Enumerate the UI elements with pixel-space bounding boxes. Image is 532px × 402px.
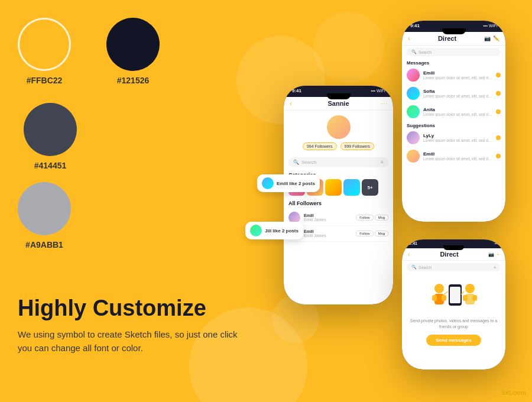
right-top-notch	[442, 28, 466, 34]
right-bottom-status-bar: 9:41 ▪▪▪	[402, 239, 505, 245]
phones-container: 9:41 ▪▪▪ WiFi ‹ Sannie ⋯ 994 Follo	[154, 9, 520, 393]
suggestion-dot-1	[496, 135, 501, 140]
direct-bottom-search-icon: 🔍	[411, 265, 417, 270]
direct-bottom-title: Direct	[410, 251, 489, 258]
suggestion-name-1: LyLy	[423, 133, 492, 138]
direct-bottom-header: ‹ Direct 📷 +	[402, 248, 505, 261]
wifi-icon: WiFi	[377, 89, 385, 93]
more-icon[interactable]: ⋯	[381, 100, 387, 107]
notif-avatar-2	[250, 225, 262, 236]
direct-title: Direct	[410, 35, 484, 42]
color-label-lightgray: #A9ABB1	[25, 240, 63, 249]
svg-rect-9	[472, 295, 477, 301]
camera-icon[interactable]: 📷	[484, 35, 491, 41]
msg-info-1: Emill Lorem ipsum dolor sit amet, elit, …	[423, 70, 492, 80]
center-notch	[327, 89, 345, 93]
filter-icon[interactable]: ≡	[381, 160, 384, 165]
cat-img-4	[343, 179, 360, 196]
right-bottom-status-icons: ▪▪▪	[495, 242, 498, 245]
msg-avatar-1	[407, 69, 420, 82]
msg-preview-2: Lorem ipsum dolor sit amet, elit, sed do…	[423, 94, 492, 98]
right-bottom-notch	[443, 245, 464, 250]
msg-dot-1	[496, 73, 501, 77]
msg-btn-1[interactable]: Msg	[375, 215, 388, 221]
direct-search[interactable]: 🔍 Search	[407, 48, 501, 56]
msg-info-2: Sofia Lorem ipsum dolor sit amet, elit, …	[423, 89, 492, 98]
msg-item-3[interactable]: Anita Lorem ipsum dolor sit amet, elit, …	[402, 103, 505, 121]
phone-right-bottom: 9:41 ▪▪▪ ‹ Direct 📷 + 🔍 Search ≡	[402, 239, 505, 369]
follower-stats: 994 Followers 999 Followers	[303, 142, 374, 150]
profile-search[interactable]: 🔍 Search ≡	[288, 157, 388, 167]
right-top-status-icons: ▪▪▪ WiFi	[484, 24, 497, 28]
profile-name: Sannie	[296, 100, 381, 107]
msg-name-1: Emill	[423, 70, 492, 76]
signal-icon: ▪▪▪	[371, 89, 375, 93]
msg-dot-2	[496, 91, 501, 96]
direct-bottom-compose-icon[interactable]: +	[497, 252, 499, 257]
notification-bubble-1: Emill like 2 posts	[257, 174, 320, 192]
phone-right-top-screen: 9:41 ▪▪▪ WiFi ‹ Direct 📷 ✏️ 🔍 Search	[402, 21, 505, 222]
suggestion-dot-2	[496, 154, 501, 158]
follower-name-1: Emill Emill James	[304, 213, 352, 222]
color-label-dark: #121526	[117, 76, 150, 85]
center-status-icons: ▪▪▪ WiFi	[371, 89, 385, 93]
cat-img-plus[interactable]: 5+	[362, 179, 378, 196]
msg-preview-3: Lorem ipsum dolor sit amet, elit, sed do…	[423, 112, 492, 116]
rb-signal-icon: ▪▪▪	[495, 242, 498, 245]
msg-name-3: Anita	[423, 107, 492, 112]
following-badge[interactable]: 999 Followers	[340, 142, 375, 150]
messages-section-label: Messages	[402, 59, 505, 66]
profile-avatar	[327, 115, 351, 139]
cat-img-3	[325, 179, 342, 196]
suggestion-info-2: Emill Lorem ipsum dolor sit amet, elit, …	[423, 151, 492, 161]
color-circle-gray	[24, 103, 77, 156]
all-followers-label: All Followers	[284, 198, 393, 208]
follow-btn-1[interactable]: Follow	[356, 215, 373, 221]
color-circle-lightgray	[18, 182, 71, 235]
back-arrow-icon[interactable]: ‹	[290, 99, 292, 108]
center-status-bar: 9:41 ▪▪▪ WiFi	[284, 86, 393, 93]
suggestion-item-2[interactable]: Emill Lorem ipsum dolor sit amet, elit, …	[402, 147, 505, 166]
search-placeholder: Search	[301, 160, 316, 165]
suggestion-preview-1: Lorem ipsum dolor sit amet, elit, sed do…	[423, 138, 492, 142]
followers-badge[interactable]: 994 Followers	[303, 142, 337, 150]
suggestion-item-1[interactable]: LyLy Lorem ipsum dolor sit amet, elit, s…	[402, 129, 505, 147]
notif-text-1: Emill like 2 posts	[277, 181, 315, 186]
suggestion-avatar-2	[407, 150, 420, 163]
follower-item-2: Emill Emill James Follow Msg	[288, 226, 388, 242]
color-circle-dark	[106, 18, 160, 71]
color-label-gray: #414451	[34, 161, 67, 170]
msg-name-2: Sofia	[423, 89, 492, 94]
center-time: 9:41	[292, 88, 301, 93]
right-top-wifi-icon: WiFi	[489, 24, 497, 28]
msg-preview-1: Lorem ipsum dolor sit amet, elit, sed do…	[423, 76, 492, 80]
swatch-yellow: #FFBC22	[18, 18, 71, 85]
empty-illustration	[427, 280, 481, 318]
empty-text: Send private photos, videos and messages…	[407, 318, 501, 330]
profile-avatar-section: 994 Followers 999 Followers	[284, 111, 393, 155]
msg-dot-3	[496, 109, 501, 114]
color-label-yellow: #FFBC22	[27, 76, 63, 85]
follower-item-1: Emill Emill James Follow Msg	[288, 210, 388, 226]
msg-item-1[interactable]: Emill Lorem ipsum dolor sit amet, elit, …	[402, 66, 505, 85]
svg-rect-8	[463, 295, 468, 301]
phone-right-bottom-screen: 9:41 ▪▪▪ ‹ Direct 📷 + 🔍 Search ≡	[402, 239, 505, 369]
phone-center: 9:41 ▪▪▪ WiFi ‹ Sannie ⋯ 994 Follo	[284, 86, 393, 304]
direct-bottom-filter-icon[interactable]: ≡	[494, 265, 496, 270]
suggestions-section-label: Suggestions	[402, 121, 505, 129]
direct-bottom-camera-icon[interactable]: 📷	[488, 252, 494, 257]
follow-btn-2[interactable]: Follow	[356, 231, 373, 236]
msg-avatar-3	[407, 105, 420, 118]
msg-btn-2[interactable]: Msg	[375, 231, 388, 236]
swatch-gray: #414451	[24, 103, 77, 170]
msg-info-3: Anita Lorem ipsum dolor sit amet, elit, …	[423, 107, 492, 116]
direct-bottom-search[interactable]: 🔍 Search ≡	[407, 263, 501, 271]
suggestion-name-2: Emill	[423, 151, 492, 157]
follow-btns-1: Follow Msg	[356, 215, 388, 221]
direct-search-icon: 🔍	[411, 50, 417, 54]
msg-item-2[interactable]: Sofia Lorem ipsum dolor sit amet, elit, …	[402, 85, 505, 103]
send-messages-button[interactable]: Send messages	[426, 335, 481, 346]
compose-icon[interactable]: ✏️	[493, 35, 499, 41]
phone-center-screen: 9:41 ▪▪▪ WiFi ‹ Sannie ⋯ 994 Follo	[284, 86, 393, 304]
suggestion-info-1: LyLy Lorem ipsum dolor sit amet, elit, s…	[423, 133, 492, 142]
